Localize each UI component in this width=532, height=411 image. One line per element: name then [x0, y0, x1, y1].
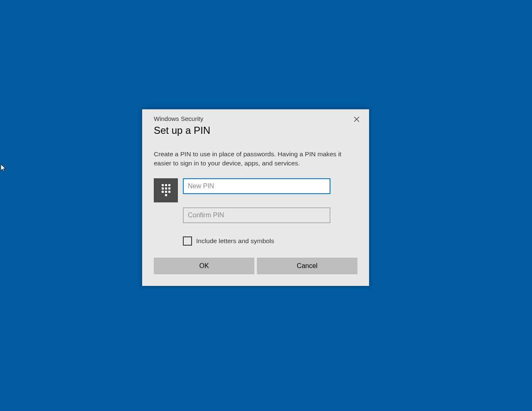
dialog-small-title: Windows Security: [154, 115, 361, 122]
dialog-button-row: OK Cancel: [154, 258, 357, 274]
pin-input-section: Include letters and symbols: [142, 168, 369, 246]
new-pin-input[interactable]: [183, 178, 330, 194]
cancel-button[interactable]: Cancel: [257, 258, 357, 274]
confirm-pin-input[interactable]: [183, 207, 330, 223]
dialog-header: Windows Security: [142, 109, 369, 122]
include-letters-label: Include letters and symbols: [196, 237, 274, 245]
dialog-description: Create a PIN to use in place of password…: [142, 136, 369, 168]
input-column: Include letters and symbols: [183, 178, 357, 246]
keypad-icon: [154, 178, 178, 202]
include-letters-checkbox[interactable]: [183, 236, 192, 246]
pin-setup-dialog: Windows Security Set up a PIN Create a P…: [142, 109, 369, 286]
include-letters-row: Include letters and symbols: [183, 236, 357, 246]
close-icon: [354, 117, 359, 122]
mouse-cursor: [1, 164, 7, 172]
ok-button[interactable]: OK: [154, 258, 254, 274]
dialog-title: Set up a PIN: [142, 122, 369, 136]
close-button[interactable]: [350, 113, 363, 125]
